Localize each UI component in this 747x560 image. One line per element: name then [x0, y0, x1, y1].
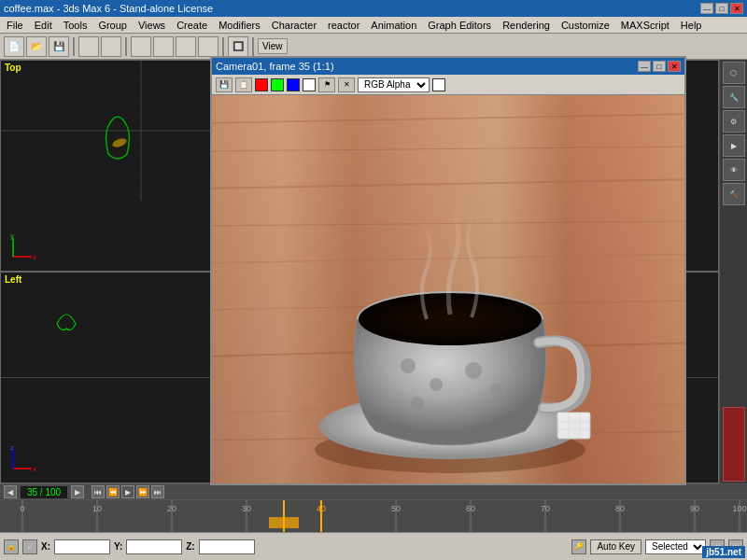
menu-customize[interactable]: Customize	[557, 19, 614, 32]
color-white[interactable]	[303, 78, 316, 91]
svg-point-40	[411, 397, 424, 410]
color-swatch	[723, 407, 745, 482]
z-field[interactable]	[199, 539, 255, 554]
render-close-button[interactable]: ✕	[668, 61, 681, 72]
timeline-prev-btn[interactable]: ◀	[4, 485, 17, 498]
arrow-icon: ↙	[22, 539, 37, 554]
menu-edit[interactable]: Edit	[30, 19, 57, 32]
menu-create[interactable]: Create	[172, 19, 212, 32]
menu-reactor[interactable]: reactor	[323, 19, 364, 32]
render-image-area	[212, 95, 684, 483]
toolbar-render[interactable]: 🔲	[228, 36, 248, 57]
toolbar-scale[interactable]: ⤢	[198, 36, 218, 57]
goto-start-btn[interactable]: ⏮	[92, 485, 105, 498]
render-toolbar: 💾 📋 ⚑ ✕ RGB Alpha RGB Alpha	[212, 75, 684, 95]
view-label: View	[258, 38, 288, 54]
timeline-next-btn[interactable]: ▶	[71, 485, 84, 498]
svg-text:70: 70	[541, 504, 550, 513]
auto-key-button[interactable]: Auto Key	[590, 539, 641, 554]
menu-maxscript[interactable]: MAXScript	[616, 19, 674, 32]
render-minimize-button[interactable]: —	[638, 61, 651, 72]
menu-views[interactable]: Views	[134, 19, 170, 32]
render-close-view-btn[interactable]: ✕	[338, 77, 355, 92]
svg-text:60: 60	[466, 504, 475, 513]
color-green[interactable]	[271, 78, 284, 91]
frame-display: 35 / 100	[21, 486, 67, 498]
right-panel-motion[interactable]: ▶	[723, 134, 745, 157]
svg-text:x: x	[33, 253, 36, 261]
svg-point-36	[401, 358, 416, 373]
right-panel-display[interactable]: 👁	[723, 159, 745, 181]
menu-animation[interactable]: Animation	[366, 19, 421, 32]
menu-graph-editors[interactable]: Graph Editors	[423, 19, 496, 32]
toolbar-redo[interactable]: ↪	[101, 36, 121, 57]
toolbar-undo[interactable]: ↩	[78, 36, 99, 57]
render-copy-btn[interactable]: 📋	[235, 77, 252, 92]
timeline-svg: 0 10 20 30 40 50 60 70 80 90 100	[0, 500, 747, 532]
toolbar-save[interactable]: 💾	[49, 36, 69, 57]
right-panel: ⬡ 🔧 ⚙ ▶ 👁 🔨	[719, 60, 747, 483]
goto-end-btn[interactable]: ⏭	[151, 485, 164, 498]
svg-text:y: y	[10, 233, 14, 240]
render-flag-btn[interactable]: ⚑	[318, 77, 335, 92]
y-field[interactable]	[126, 539, 182, 554]
render-window: Camera01, frame 35 (1:1) — □ ✕ 💾 📋 ⚑ ✕ R…	[210, 56, 686, 485]
menu-bar: File Edit Tools Group Views Create Modif…	[0, 17, 747, 34]
right-panel-hierarchy[interactable]: ⚙	[723, 110, 745, 133]
toolbar-select[interactable]: ⬚	[131, 36, 151, 57]
top-viewport-label: Top	[5, 63, 21, 73]
watermark: jb51.net	[702, 546, 745, 558]
color-red[interactable]	[255, 78, 268, 91]
toolbar-move[interactable]: ✛	[153, 36, 174, 57]
selected-dropdown[interactable]: Selected	[645, 539, 706, 554]
menu-rendering[interactable]: Rendering	[498, 19, 555, 32]
right-panel-create[interactable]: ⬡	[723, 62, 745, 84]
render-window-title: Camera01, frame 35 (1:1)	[216, 61, 334, 72]
svg-text:0: 0	[20, 504, 24, 513]
menu-tools[interactable]: Tools	[59, 19, 92, 32]
svg-text:20: 20	[167, 504, 176, 513]
color-blue[interactable]	[287, 78, 300, 91]
lock-icon: 🔒	[4, 539, 19, 554]
separator-3	[222, 37, 224, 56]
menu-group[interactable]: Group	[93, 19, 132, 32]
right-panel-utilities[interactable]: 🔨	[723, 183, 745, 205]
svg-rect-48	[0, 500, 747, 532]
timeline-track[interactable]: 0 10 20 30 40 50 60 70 80 90 100	[0, 500, 747, 532]
status-bar: 🔒 ↙ X: Y: Z: 🔑 Auto Key Selected ⏮ ⏭	[0, 532, 747, 560]
toolbar-open[interactable]: 📂	[26, 36, 47, 57]
svg-text:40: 40	[317, 504, 326, 513]
y-label: Y:	[114, 541, 122, 552]
close-button[interactable]: ✕	[730, 3, 743, 14]
prev-frame-btn[interactable]: ⏪	[106, 485, 120, 498]
menu-character[interactable]: Character	[267, 19, 321, 32]
toolbar-new[interactable]: 📄	[4, 36, 24, 57]
right-panel-modify[interactable]: 🔧	[723, 86, 745, 108]
menu-file[interactable]: File	[2, 19, 28, 32]
svg-text:z: z	[10, 445, 14, 452]
timeline-nav: ◀ 35 / 100 ▶ ⏮ ⏪ ▶ ⏩ ⏭	[0, 484, 747, 500]
next-frame-btn[interactable]: ⏩	[136, 485, 149, 498]
coffee-render-svg	[212, 95, 684, 483]
title-bar-controls: — □ ✕	[700, 3, 743, 14]
render-channel-select[interactable]: RGB Alpha RGB Alpha	[358, 77, 430, 92]
svg-text:30: 30	[242, 504, 251, 513]
render-maximize-button[interactable]: □	[653, 61, 666, 72]
render-bg-color[interactable]	[432, 78, 445, 91]
render-title-bar[interactable]: Camera01, frame 35 (1:1) — □ ✕	[212, 58, 684, 75]
minimize-button[interactable]: —	[700, 3, 713, 14]
play-btn[interactable]: ▶	[121, 485, 134, 498]
x-field[interactable]	[54, 539, 110, 554]
toolbar-rotate[interactable]: ↻	[176, 36, 196, 57]
menu-help[interactable]: Help	[676, 19, 707, 32]
render-save-btn[interactable]: 💾	[216, 77, 233, 92]
svg-point-37	[430, 378, 443, 391]
menu-modifiers[interactable]: Modifiers	[214, 19, 265, 32]
maximize-button[interactable]: □	[715, 3, 728, 14]
key-icon: 🔑	[571, 539, 586, 554]
svg-text:80: 80	[615, 504, 625, 513]
z-label: Z:	[186, 541, 194, 552]
svg-point-38	[465, 362, 482, 379]
separator-4	[252, 37, 254, 56]
svg-text:90: 90	[690, 504, 699, 513]
